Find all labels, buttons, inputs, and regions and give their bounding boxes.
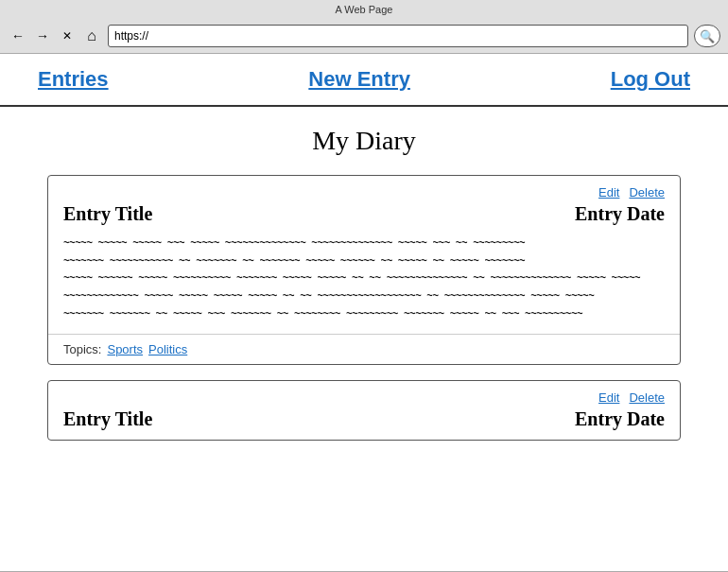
page-wrapper: Entries New Entry Log Out My Diary Edit …: [0, 54, 728, 572]
delete-link-2[interactable]: Delete: [629, 390, 665, 405]
title-bar: A Web Page: [0, 0, 728, 19]
edit-link-1[interactable]: Edit: [598, 185, 619, 199]
new-entry-link[interactable]: New Entry: [308, 67, 410, 92]
topics-label-1: Topics:: [63, 342, 101, 356]
topic-politics[interactable]: Politics: [148, 342, 187, 356]
entry-date-2: Entry Date: [575, 408, 665, 430]
edit-link-2[interactable]: Edit: [598, 390, 619, 405]
search-button[interactable]: 🔍: [694, 25, 720, 47]
entry-header-1: Entry Title Entry Date: [63, 203, 665, 225]
entries-link[interactable]: Entries: [38, 67, 109, 92]
url-input[interactable]: [108, 25, 688, 47]
entry-date-1: Entry Date: [575, 203, 665, 225]
top-nav: Entries New Entry Log Out: [0, 54, 728, 107]
close-button[interactable]: ✕: [57, 26, 78, 46]
entry-actions-2: Edit Delete: [63, 390, 665, 405]
entry-card: Edit Delete Entry Title Entry Date ~~~~~…: [47, 175, 681, 365]
page-body: My Diary Edit Delete Entry Title Entry D…: [0, 107, 728, 475]
delete-link-1[interactable]: Delete: [629, 185, 665, 199]
entry-actions: Edit Delete: [63, 185, 665, 199]
topic-sports[interactable]: Sports: [107, 342, 143, 356]
entry-card-inner-2: Edit Delete Entry Title Entry Date: [48, 381, 680, 430]
entry-header-2: Entry Title Entry Date: [63, 408, 665, 430]
entry-card-2: Edit Delete Entry Title Entry Date: [47, 380, 681, 441]
page-title: My Diary: [47, 126, 681, 156]
home-button[interactable]: ⌂: [81, 26, 102, 46]
logout-link[interactable]: Log Out: [611, 67, 690, 92]
entry-title-2: Entry Title: [63, 408, 152, 430]
forward-button[interactable]: →: [32, 26, 53, 46]
entry-card-inner: Edit Delete Entry Title Entry Date ~~~~~…: [48, 176, 680, 322]
entry-title-1: Entry Title: [63, 203, 152, 225]
back-button[interactable]: ←: [8, 26, 28, 46]
browser-title: A Web Page: [336, 4, 393, 15]
entry-topics-1: Topics: Sports Politics: [48, 334, 680, 364]
url-bar-container: [108, 25, 688, 47]
nav-buttons: ← → ✕ ⌂: [8, 26, 102, 46]
entry-body-1: ~~~~~ ~~~~~ ~~~~~ ~~~ ~~~~~ ~~~~~~~~~~~~…: [63, 234, 665, 322]
browser-chrome: ← → ✕ ⌂ 🔍: [0, 19, 728, 54]
